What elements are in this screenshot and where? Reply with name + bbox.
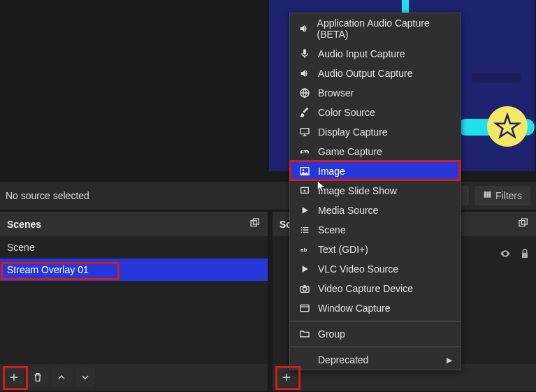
list-icon — [298, 224, 311, 235]
menu-item-deprecated[interactable]: Deprecated▶ — [290, 350, 461, 370]
filters-label: Filters — [495, 190, 522, 201]
menu-item-group[interactable]: Group — [290, 324, 461, 344]
menu-item-image[interactable]: Image — [290, 161, 461, 181]
scene-item[interactable]: Scene — [0, 236, 268, 259]
preview-star — [487, 106, 528, 147]
scenes-panel: Scenes Scene Stream Overlay 01 — [0, 212, 268, 391]
move-up-button[interactable] — [52, 368, 71, 387]
speaker-icon — [298, 23, 310, 34]
menu-item-label: Game Capture — [318, 146, 382, 157]
menu-separator — [290, 347, 461, 347]
gamepad-icon — [298, 146, 311, 157]
delete-scene-button[interactable] — [28, 368, 48, 387]
menu-item-label: Video Capture Device — [318, 283, 413, 294]
menu-item-label: Media Source — [318, 205, 378, 216]
menu-item-audio-output[interactable]: Audio Output Capture — [290, 64, 461, 83]
chevron-right-icon: ▶ — [447, 356, 452, 365]
menu-item-browser[interactable]: Browser — [290, 83, 461, 103]
window-icon — [298, 303, 311, 314]
play-icon — [298, 263, 311, 275]
menu-item-window-capture[interactable]: Window Capture — [290, 298, 461, 318]
menu-item-game-capture[interactable]: Game Capture — [290, 142, 461, 161]
camera-icon — [298, 283, 311, 294]
preview-shape — [402, 0, 409, 13]
filters-icon — [483, 190, 492, 201]
speaker-icon — [298, 68, 311, 79]
source-row-controls — [500, 248, 530, 261]
menu-item-label: Audio Output Capture — [318, 68, 412, 79]
scenes-footer — [0, 364, 268, 391]
menu-item-label: Audio Input Capture — [318, 48, 405, 59]
svg-point-14 — [303, 287, 306, 291]
mic-icon — [298, 48, 311, 59]
svg-rect-2 — [488, 191, 491, 198]
popout-icon[interactable] — [249, 217, 261, 231]
svg-rect-8 — [300, 129, 309, 134]
svg-point-10 — [303, 169, 305, 171]
menu-item-label: Text (GDI+) — [318, 244, 368, 255]
menu-item-display-capture[interactable]: Display Capture — [290, 122, 461, 142]
scene-item[interactable]: Stream Overlay 01 — [0, 259, 268, 281]
menu-item-label: Display Capture — [318, 126, 388, 138]
status-text: No source selected — [6, 190, 89, 201]
add-source-menu[interactable]: Application Audio Capture (BETA)Audio In… — [289, 13, 461, 370]
brush-icon — [298, 107, 311, 118]
popout-icon[interactable] — [518, 217, 529, 231]
menu-item-media-source[interactable]: Media Source — [290, 201, 461, 220]
menu-item-text-gdi[interactable]: abText (GDI+) — [290, 240, 461, 259]
menu-item-image-slide[interactable]: Image Slide Show — [290, 181, 461, 201]
svg-rect-0 — [484, 191, 486, 198]
menu-item-label: VLC Video Source — [318, 263, 398, 275]
lock-icon[interactable] — [519, 248, 530, 261]
monitor-icon — [298, 126, 311, 138]
menu-item-label: Color Source — [318, 107, 375, 118]
menu-item-color-source[interactable]: Color Source — [290, 103, 461, 122]
svg-rect-1 — [486, 191, 488, 198]
folder-icon — [298, 328, 311, 340]
scenes-header: Scenes — [0, 212, 268, 236]
menu-item-label: Image — [318, 166, 345, 177]
svg-rect-6 — [521, 219, 527, 224]
cursor-icon — [317, 180, 326, 194]
menu-item-audio-input[interactable]: Audio Input Capture — [290, 44, 461, 64]
play-icon — [298, 205, 311, 216]
move-down-button[interactable] — [75, 368, 95, 387]
add-source-button[interactable] — [277, 368, 296, 387]
menu-item-video-capture[interactable]: Video Capture Device — [290, 279, 461, 298]
menu-item-label: Browser — [318, 87, 354, 99]
eye-icon[interactable] — [500, 248, 511, 261]
text-icon: ab — [298, 244, 311, 255]
menu-item-label: Deprecated — [318, 354, 368, 365]
menu-item-vlc[interactable]: VLC Video Source — [290, 259, 461, 279]
menu-item-label: Scene — [318, 224, 346, 235]
scenes-list: Scene Stream Overlay 01 — [0, 236, 268, 281]
menu-item-label: Group — [318, 328, 345, 340]
globe-icon — [298, 87, 311, 99]
menu-item-label: Window Capture — [318, 303, 391, 314]
scenes-title: Scenes — [7, 219, 41, 230]
preview-shape — [472, 73, 521, 82]
menu-item-label: Image Slide Show — [318, 185, 397, 196]
menu-item-label: Application Audio Capture (BETA) — [317, 17, 452, 40]
add-scene-button[interactable] — [4, 368, 24, 387]
menu-separator — [290, 321, 461, 321]
menu-item-app-audio[interactable]: Application Audio Capture (BETA) — [290, 13, 461, 44]
menu-item-scene[interactable]: Scene — [290, 220, 461, 240]
svg-text:ab: ab — [300, 247, 307, 253]
filters-button[interactable]: Filters — [475, 186, 530, 205]
slideshow-icon — [298, 185, 311, 196]
image-icon — [298, 166, 311, 177]
svg-rect-15 — [300, 305, 309, 311]
